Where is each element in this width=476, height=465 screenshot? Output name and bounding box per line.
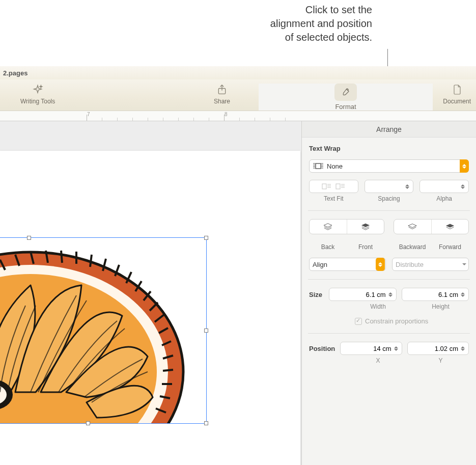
text-fit-label: Text Fit xyxy=(324,195,344,202)
size-section-label: Size xyxy=(309,291,324,298)
distribute-popup: Distribute xyxy=(392,258,469,271)
bring-to-front-button[interactable] xyxy=(347,220,384,234)
alpha-control: Alpha xyxy=(419,180,469,202)
share-icon xyxy=(216,84,228,96)
document-canvas[interactable] xyxy=(0,121,302,465)
width-label: Width xyxy=(350,303,406,310)
callout-line xyxy=(387,49,388,68)
width-input[interactable] xyxy=(329,291,396,298)
app-window: 2.pages Writing Tools Share xyxy=(0,66,476,465)
selection-handle[interactable] xyxy=(27,236,31,240)
front-label: Front xyxy=(347,243,384,251)
bring-forward-button[interactable] xyxy=(431,220,469,234)
x-label: X xyxy=(350,357,406,364)
svg-rect-44 xyxy=(336,184,340,189)
back-label: Back xyxy=(309,243,347,251)
text-fit-control: Text Fit xyxy=(309,180,358,202)
text-wrap-section-label: Text Wrap xyxy=(309,145,469,152)
svg-rect-31 xyxy=(316,163,321,169)
selection-handle[interactable] xyxy=(204,236,208,240)
height-input[interactable] xyxy=(402,291,468,298)
window-title: 2.pages xyxy=(0,66,476,79)
stack-forward-icon xyxy=(445,223,455,230)
x-input[interactable] xyxy=(341,345,401,352)
document-label: Document xyxy=(443,98,471,105)
y-stepper[interactable] xyxy=(407,342,469,355)
y-label: Y xyxy=(412,357,469,364)
text-wrap-popup[interactable]: None xyxy=(309,159,469,173)
backward-label: Backward xyxy=(394,243,431,251)
y-input[interactable] xyxy=(408,345,468,352)
ruler-mark-8: 8 xyxy=(225,112,228,117)
selection-handle[interactable] xyxy=(204,329,208,333)
send-backward-button[interactable] xyxy=(394,220,431,234)
format-label: Format xyxy=(335,103,356,111)
document-filename: 2.pages xyxy=(3,69,27,77)
spacing-control: Spacing xyxy=(365,180,414,202)
send-to-back-button[interactable] xyxy=(310,220,347,234)
align-label: Align xyxy=(313,261,327,268)
constrain-proportions-checkbox[interactable]: Constrain proportions xyxy=(355,317,469,325)
forward-label: Forward xyxy=(431,243,469,251)
width-stepper[interactable] xyxy=(329,288,396,301)
distribute-label: Distribute xyxy=(396,261,424,268)
alpha-label: Alpha xyxy=(436,195,452,202)
share-label: Share xyxy=(214,98,230,105)
tab-arrange[interactable]: Arrange xyxy=(376,125,402,133)
height-stepper[interactable] xyxy=(402,288,469,301)
ruler: 7 8 xyxy=(0,111,476,121)
text-fit-icon xyxy=(321,182,346,190)
spacing-label: Spacing xyxy=(378,195,400,202)
constrain-label: Constrain proportions xyxy=(365,317,428,325)
x-stepper[interactable] xyxy=(340,342,402,355)
callout-top: Click to set the alignment and position … xyxy=(219,3,372,44)
share-button[interactable]: Share xyxy=(214,84,230,105)
position-section-label: Position xyxy=(309,345,335,352)
writing-tools-label: Writing Tools xyxy=(20,98,55,105)
stack-front-icon xyxy=(360,223,371,231)
writing-tools-button[interactable]: Writing Tools xyxy=(20,84,55,105)
paintbrush-icon xyxy=(340,86,352,98)
selection-box xyxy=(0,237,207,424)
ruler-mark-7: 7 xyxy=(87,112,90,117)
stack-backward-icon xyxy=(407,223,417,230)
text-wrap-none-icon xyxy=(313,161,324,171)
sparkle-icon xyxy=(32,84,44,96)
selection-handle[interactable] xyxy=(204,421,208,425)
align-popup[interactable]: Align xyxy=(309,258,386,271)
selection-handle[interactable] xyxy=(86,421,90,425)
svg-rect-40 xyxy=(322,184,326,189)
inspector-sidebar: Arrange Text Wrap None xyxy=(302,121,476,465)
toolbar: Writing Tools Share Format xyxy=(0,79,476,111)
document-inspector-button[interactable]: Document xyxy=(443,84,471,105)
format-inspector-button[interactable]: Format xyxy=(259,84,433,111)
checkbox-icon xyxy=(355,318,362,325)
layer-order-group xyxy=(309,219,469,234)
inspector-tabbar: Arrange xyxy=(302,121,476,138)
stack-back-icon xyxy=(323,223,333,231)
document-icon xyxy=(451,84,463,96)
text-wrap-value: None xyxy=(327,162,343,170)
height-label: Height xyxy=(412,303,469,310)
